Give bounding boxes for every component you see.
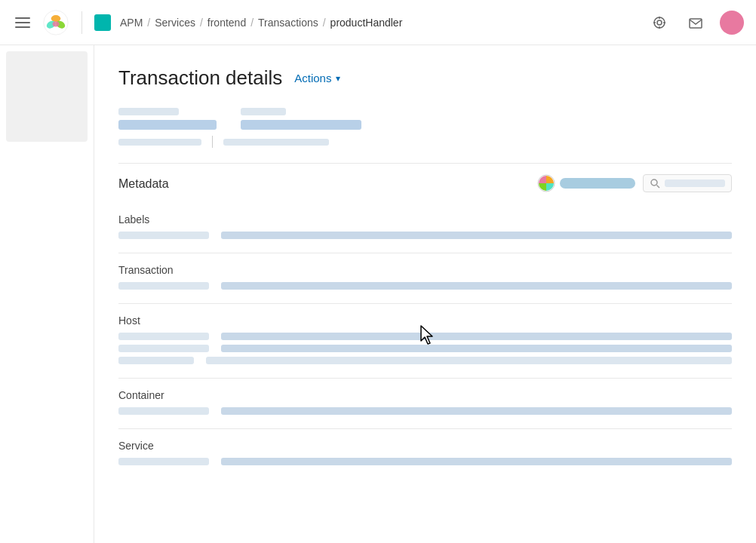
host-section: Host xyxy=(118,314,732,364)
labels-row-1 xyxy=(118,232,732,239)
service-key-1 xyxy=(118,458,209,465)
transaction-key-1 xyxy=(118,282,209,290)
actions-button[interactable]: Actions ▾ xyxy=(294,72,340,84)
main-content-area: Transaction details Actions ▾ xyxy=(94,45,756,543)
section-divider-metadata xyxy=(118,163,732,164)
breadcrumb-frontend[interactable]: frontend xyxy=(207,17,246,29)
summary-label-2 xyxy=(241,108,286,115)
header-right xyxy=(647,11,744,35)
container-section: Container xyxy=(118,389,732,415)
host-key-1 xyxy=(118,333,209,340)
breadcrumb-transactions[interactable]: Transactions xyxy=(258,17,318,29)
host-row-1 xyxy=(118,333,732,340)
app-header: APM / Services / frontend / Transactions… xyxy=(0,0,756,45)
host-row-2 xyxy=(118,345,732,352)
service-row-1 xyxy=(118,458,732,465)
container-heading: Container xyxy=(118,389,732,401)
summary-row xyxy=(118,108,732,130)
container-key-1 xyxy=(118,407,209,415)
container-value-1 xyxy=(221,407,732,415)
page-title-row: Transaction details Actions ▾ xyxy=(118,66,732,90)
svg-point-13 xyxy=(651,179,657,186)
filter-separator xyxy=(212,136,213,148)
host-value-3 xyxy=(206,357,732,364)
host-key-2 xyxy=(118,345,209,352)
breadcrumb-sep-3: / xyxy=(250,17,254,29)
host-heading: Host xyxy=(118,314,732,327)
label-value-1 xyxy=(221,232,732,239)
svg-point-6 xyxy=(657,20,662,25)
service-section: Service xyxy=(118,440,732,465)
breadcrumb-services[interactable]: Services xyxy=(155,17,195,29)
host-key-3 xyxy=(118,357,194,364)
filter-bar-right xyxy=(223,139,329,146)
menu-button[interactable] xyxy=(12,14,33,31)
user-avatar[interactable] xyxy=(720,11,744,35)
service-icon xyxy=(94,14,111,31)
labels-heading: Labels xyxy=(118,213,732,225)
page-layout: Transaction details Actions ▾ xyxy=(0,45,756,543)
summary-value-1 xyxy=(118,120,217,130)
metadata-filter-row xyxy=(537,174,732,192)
sidebar-content xyxy=(6,51,88,142)
summary-col-2 xyxy=(241,108,361,130)
host-row-3 xyxy=(118,357,732,364)
svg-rect-11 xyxy=(690,19,702,28)
service-heading: Service xyxy=(118,440,732,452)
summary-value-2 xyxy=(241,120,361,130)
main-content: Transaction details Actions ▾ xyxy=(94,45,756,500)
svg-point-5 xyxy=(654,17,665,28)
sidebar xyxy=(0,45,94,543)
filter-pill[interactable] xyxy=(560,178,635,189)
summary-col-1 xyxy=(118,108,217,130)
summary-label-1 xyxy=(118,108,179,115)
page-title: Transaction details xyxy=(118,66,282,90)
breadcrumb-sep-2: / xyxy=(200,17,203,29)
transaction-heading: Transaction xyxy=(118,264,732,276)
metadata-heading: Metadata xyxy=(118,177,169,191)
labels-section: Labels xyxy=(118,213,732,239)
search-icon xyxy=(650,178,660,189)
service-value-1 xyxy=(221,458,732,465)
breadcrumb-sep-1: / xyxy=(147,17,150,29)
svg-line-14 xyxy=(657,186,660,189)
label-key-1 xyxy=(118,232,209,239)
settings-button[interactable] xyxy=(647,11,671,35)
svg-point-4 xyxy=(53,21,60,26)
actions-label: Actions xyxy=(294,72,331,84)
section-divider-container xyxy=(118,378,732,379)
search-box[interactable] xyxy=(643,174,732,192)
section-divider-service xyxy=(118,428,732,429)
filter-avatar-icon xyxy=(537,174,555,192)
section-divider-host xyxy=(118,303,732,304)
mail-button[interactable] xyxy=(684,11,708,35)
transaction-value-1 xyxy=(221,282,732,290)
search-input[interactable] xyxy=(665,179,725,187)
transaction-row-1 xyxy=(118,282,732,290)
filter-row xyxy=(118,136,732,148)
section-divider-transaction xyxy=(118,253,732,253)
breadcrumb-current: productHandler xyxy=(330,17,403,29)
breadcrumb: APM / Services / frontend / Transactions… xyxy=(120,17,402,29)
container-row-1 xyxy=(118,407,732,415)
host-value-2 xyxy=(221,345,732,352)
breadcrumb-sep-4: / xyxy=(323,17,326,29)
filter-bar-left xyxy=(118,139,201,146)
app-logo xyxy=(42,9,69,36)
chevron-down-icon: ▾ xyxy=(336,73,340,84)
breadcrumb-apm[interactable]: APM xyxy=(120,17,143,29)
header-divider xyxy=(81,11,82,34)
transaction-section: Transaction xyxy=(118,264,732,290)
host-value-1 xyxy=(221,333,732,340)
